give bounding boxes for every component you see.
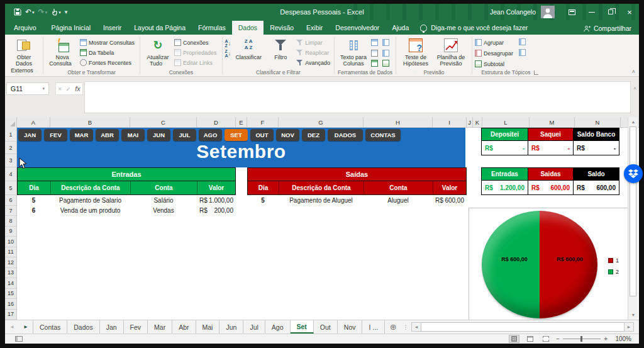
table-row[interactable]: 5Pagamento de SalarioSalárioR$1.000,00 <box>17 195 236 205</box>
row-header-11[interactable]: 11 <box>5 247 16 258</box>
user-name[interactable]: Jean Colangelo <box>490 8 536 16</box>
column-header-a[interactable]: A <box>17 117 50 128</box>
scroll-up-icon[interactable]: ▲ <box>628 118 638 126</box>
sheet-tab-set[interactable]: Set <box>291 320 314 334</box>
ribbon-tab-revisão[interactable]: Revisão <box>264 21 300 35</box>
data-validation-icon[interactable] <box>371 50 378 57</box>
row-header-3[interactable]: 3 <box>5 154 16 167</box>
row-header-6[interactable]: 6 <box>5 195 16 206</box>
hide-detail-icon[interactable] <box>519 49 526 56</box>
row-header-1[interactable]: 1 <box>5 128 16 142</box>
row-header-16[interactable]: 16 <box>5 299 16 310</box>
sheet-tab-out[interactable]: Out <box>314 320 338 334</box>
undo-button[interactable]: ↶▾ <box>25 8 35 16</box>
row-header-10[interactable]: 10 <box>5 237 16 247</box>
sheet-tab-mai[interactable]: Mai <box>196 320 220 334</box>
hscroll-left-icon[interactable]: ◄ <box>411 322 421 332</box>
manage-data-model-icon[interactable] <box>382 60 389 67</box>
sheet-tab-nov[interactable]: Nov <box>338 320 363 334</box>
month-button-jul[interactable]: JUL <box>173 129 196 141</box>
collapse-ribbon-button[interactable]: ˄ <box>632 69 635 75</box>
select-all-corner[interactable] <box>5 117 17 128</box>
connections-button[interactable]: Conexões <box>174 38 217 47</box>
row-header-12[interactable]: 12 <box>5 257 16 268</box>
sort-za-button[interactable]: ZA↓ <box>225 49 231 58</box>
ribbon-tab-ajuda[interactable]: Ajuda <box>386 21 415 35</box>
subtotal-button[interactable]: Subtotal <box>475 59 518 69</box>
table-row[interactable]: 6Venda de um produtoVendasR$200,00 <box>17 205 236 215</box>
zoom-in-button[interactable]: + <box>604 335 608 342</box>
dropbox-badge[interactable] <box>624 164 643 183</box>
month-button-jun[interactable]: JUN <box>147 129 170 141</box>
vertical-scrollbar[interactable]: ▲ ▼ <box>628 117 638 320</box>
month-button-jan[interactable]: JAN <box>18 129 42 141</box>
consolidate-icon[interactable] <box>382 50 389 57</box>
column-header-j[interactable]: J <box>467 117 473 128</box>
sheet-tab-jan[interactable]: Jan <box>100 320 124 334</box>
row-header-15[interactable]: 15 <box>5 289 16 300</box>
restore-button[interactable] <box>601 4 620 20</box>
get-external-data-button[interactable]: Obter Dados Externos ▾ <box>8 36 40 75</box>
new-query-button[interactable]: Nova Consulta ▾ <box>46 36 79 69</box>
row-header-17[interactable]: 17 <box>5 310 16 320</box>
sheet-tab-contas[interactable]: Contas <box>33 320 67 334</box>
close-button[interactable]: × <box>620 4 639 20</box>
column-header-e[interactable]: E <box>236 117 247 128</box>
column-header-i[interactable]: I <box>433 117 467 128</box>
bank-value-2[interactable]: R$- <box>574 141 619 155</box>
text-to-columns-button[interactable]: Texto para Colunas <box>337 36 370 69</box>
nav-button-contas[interactable]: CONTAS <box>365 129 401 141</box>
ribbon-tab-fórmulas[interactable]: Fórmulas <box>192 21 232 35</box>
dialog-launcher-icon[interactable] <box>534 70 538 75</box>
ribbon-tab-desenvolvedor[interactable]: Desenvolvedor <box>329 21 386 35</box>
zoom-slider[interactable] <box>563 339 601 339</box>
month-button-dez[interactable]: DEZ <box>302 129 325 141</box>
sort-az-button[interactable]: AZ↓ <box>225 39 231 48</box>
column-header-m[interactable]: M <box>530 117 575 128</box>
scroll-down-icon[interactable]: ▼ <box>628 311 638 319</box>
column-header-k[interactable]: K <box>473 117 482 128</box>
summary-value-2[interactable]: R$600,00 <box>574 181 619 195</box>
column-header-l[interactable]: L <box>482 117 530 128</box>
column-header-f[interactable]: F <box>247 117 279 128</box>
relationships-icon[interactable] <box>371 60 378 67</box>
sheet-nav-right-icon[interactable]: ► <box>19 320 33 334</box>
sheet-tab-jul[interactable]: Jul <box>243 320 265 334</box>
refresh-all-button[interactable]: ↻ Atualizar Tudo ▾ <box>143 36 173 69</box>
show-queries-button[interactable]: Mostrar Consultas <box>80 38 135 47</box>
bank-value-1[interactable]: R$- <box>528 141 574 155</box>
ribbon-tab-exibir[interactable]: Exibir <box>300 21 329 35</box>
normal-view-button[interactable] <box>509 335 519 343</box>
pie-chart[interactable]: R$ 600,00 R$ 600,00 12 <box>469 208 630 321</box>
ribbon-tab-dados[interactable]: Dados <box>232 21 264 35</box>
advanced-filter-button[interactable]: Avançado <box>296 58 330 67</box>
share-button[interactable]: Compartilhar <box>584 25 631 32</box>
month-button-fev[interactable]: FEV <box>44 129 67 141</box>
show-detail-icon[interactable] <box>519 38 526 45</box>
row-header-9[interactable]: 9 <box>5 227 16 237</box>
sheet-tab-i-[interactable]: I ... <box>362 320 385 334</box>
tell-me-box[interactable]: Diga-me o que você deseja fazer <box>415 24 533 35</box>
sheet-tab-dados[interactable]: Dados <box>67 320 99 334</box>
summary-value-0[interactable]: R$1.200,00 <box>481 181 528 195</box>
macro-record-icon[interactable] <box>15 336 23 342</box>
flash-fill-icon[interactable] <box>371 39 378 46</box>
minimize-button[interactable] <box>582 4 601 20</box>
ribbon-display-options-button[interactable] <box>564 6 580 18</box>
row-header-14[interactable]: 14 <box>5 278 16 289</box>
month-button-nov[interactable]: NOV <box>276 129 299 141</box>
ribbon-tab-página-inicial[interactable]: Página Inicial <box>45 21 97 35</box>
from-table-button[interactable]: Da Tabela <box>80 48 135 57</box>
nav-button-dados[interactable]: DADOS <box>328 129 363 141</box>
column-header-b[interactable]: B <box>50 117 130 128</box>
horizontal-scrollbar[interactable]: ◄ ► <box>411 322 634 332</box>
summary-value-1[interactable]: R$600,00 <box>528 181 574 195</box>
group-button[interactable]: Agrupar ▾ <box>475 38 518 47</box>
row-header-4[interactable]: 4 <box>5 167 16 181</box>
page-layout-view-button[interactable] <box>525 335 535 343</box>
remove-duplicates-icon[interactable] <box>382 39 389 46</box>
row-header-7[interactable]: 7 <box>5 206 16 216</box>
ribbon-tab-arquivo[interactable]: Arquivo <box>5 21 45 35</box>
month-button-ago[interactable]: AGO <box>199 129 222 141</box>
month-button-set[interactable]: SET <box>225 129 248 141</box>
